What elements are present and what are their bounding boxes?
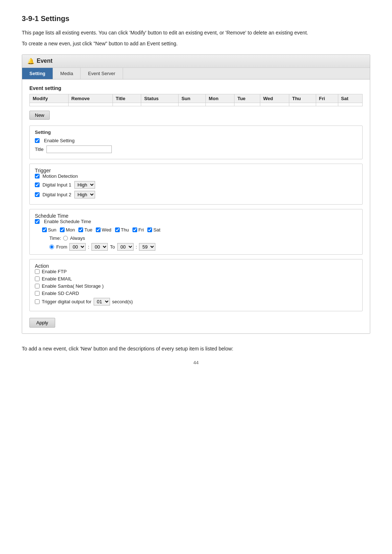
day-sun-checkbox[interactable] [42, 227, 47, 232]
motion-detection-checkbox[interactable] [35, 174, 40, 178]
col-modify: Modify [30, 94, 69, 103]
time-from-radio[interactable] [49, 245, 54, 249]
day-wed-checkbox[interactable] [96, 227, 101, 232]
day-fri-checkbox[interactable] [132, 227, 137, 232]
event-setting-title: Event setting [29, 85, 363, 91]
title-field-label: Title [35, 147, 44, 152]
enable-setting-label: Enable Setting [44, 138, 75, 143]
digital-input2-select[interactable]: High Low [74, 191, 95, 198]
colon-2: : [136, 244, 137, 250]
enable-email-checkbox[interactable] [35, 276, 40, 281]
time-always-row: Time: Always [49, 235, 357, 241]
to-label: To [110, 244, 115, 250]
schedule-section: Schedule Time Enable Schedule Time Sun M… [29, 209, 363, 255]
event-table: Modify Remove Title Status Sun Mon Tue W… [29, 94, 363, 106]
setting-section: Setting Enable Setting Title [29, 126, 363, 159]
time-label: Time: [49, 235, 61, 241]
day-mon: Mon [60, 227, 75, 233]
panel-body: Event setting Modify Remove Title Status… [22, 79, 370, 333]
trigger-digital-unit: second(s) [112, 299, 133, 304]
days-row: Sun Mon Tue Wed Thu [42, 227, 357, 233]
motion-detection-label: Motion Detection [42, 173, 78, 179]
enable-schedule-checkbox[interactable] [35, 219, 40, 224]
day-thu-checkbox[interactable] [115, 227, 120, 232]
col-wed: Wed [260, 94, 289, 103]
enable-email-label: Enable EMAIL [42, 276, 72, 282]
enable-ftp-checkbox[interactable] [35, 269, 40, 274]
digital-input2-checkbox[interactable] [35, 192, 40, 197]
day-tue: Tue [78, 227, 92, 233]
digital-input1-checkbox[interactable] [35, 182, 40, 187]
schedule-section-title: Schedule Time [35, 213, 357, 219]
digital-input1-select[interactable]: High Low [74, 181, 95, 189]
enable-samba-label: Enable Samba( Net Storage ) [42, 283, 104, 289]
day-mon-checkbox[interactable] [60, 227, 65, 232]
day-tue-checkbox[interactable] [78, 227, 83, 232]
bottom-text: To add a new event, click 'New' button a… [22, 345, 370, 353]
enable-sdcard-label: Enable SD CARD [42, 291, 79, 296]
from-label: From [56, 244, 67, 250]
time-from-row: From 000102061223 : 00153045 To 001223 : [49, 243, 357, 251]
intro-text-1: This page lists all existing events. You… [22, 29, 370, 37]
enable-schedule-label: Enable Schedule Time [44, 219, 91, 224]
to-hour-select[interactable]: 001223 [117, 243, 134, 251]
digital-input1-label: Digital Input 1 [42, 182, 72, 188]
new-button[interactable]: New [29, 111, 50, 120]
digital-input1-row: Digital Input 1 High Low [35, 181, 357, 189]
intro-text-2: To create a new even, just click "New" b… [22, 40, 370, 48]
day-fri-label: Fri [138, 227, 144, 233]
trigger-digital-label: Trigger digital output for [42, 299, 91, 304]
enable-samba-checkbox[interactable] [35, 284, 40, 288]
tab-event-server[interactable]: Event Server [81, 68, 123, 79]
day-thu-label: Thu [121, 227, 129, 233]
enable-email-row: Enable EMAIL [35, 276, 357, 282]
day-sat-checkbox[interactable] [147, 227, 152, 232]
trigger-section-title: Trigger [35, 168, 357, 173]
to-minute-select[interactable]: 590030 [139, 243, 155, 251]
panel-title: Event [37, 58, 53, 64]
enable-setting-checkbox[interactable] [35, 138, 40, 143]
always-label: Always [70, 235, 85, 241]
day-sun: Sun [42, 227, 56, 233]
enable-samba-row: Enable Samba( Net Storage ) [35, 283, 357, 289]
page-heading: 3-9-1 Settings [22, 15, 370, 23]
col-title: Title [113, 94, 141, 103]
title-input[interactable] [46, 145, 112, 153]
action-section: Action Enable FTP Enable EMAIL Enable Sa… [29, 259, 363, 311]
enable-sdcard-row: Enable SD CARD [35, 291, 357, 296]
digital-input2-row: Digital Input 2 High Low [35, 191, 357, 198]
day-sun-label: Sun [48, 227, 56, 233]
tab-bar: Setting Media Event Server [22, 68, 370, 79]
tab-setting[interactable]: Setting [22, 68, 53, 79]
event-panel: 🔔 Event Setting Media Event Server Event… [22, 54, 370, 334]
day-tue-label: Tue [84, 227, 92, 233]
col-status: Status [141, 94, 179, 103]
panel-header: 🔔 Event [22, 55, 370, 68]
day-sat-label: Sat [153, 227, 160, 233]
col-mon: Mon [206, 94, 234, 103]
day-sat: Sat [147, 227, 160, 233]
col-sun: Sun [178, 94, 205, 103]
digital-input2-label: Digital Input 2 [42, 192, 72, 197]
tab-media[interactable]: Media [53, 68, 81, 79]
trigger-digital-select[interactable]: 010205 [94, 298, 110, 305]
from-hour-select[interactable]: 000102061223 [69, 243, 86, 251]
action-section-title: Action [35, 263, 357, 269]
time-always-radio[interactable] [63, 236, 68, 241]
day-thu: Thu [115, 227, 129, 233]
apply-button[interactable]: Apply [29, 318, 55, 328]
from-minute-select[interactable]: 00153045 [91, 243, 108, 251]
day-fri: Fri [132, 227, 144, 233]
col-sat: Sat [338, 94, 362, 103]
bell-icon: 🔔 [27, 58, 34, 65]
col-thu: Thu [289, 94, 316, 103]
trigger-section: Trigger Motion Detection Digital Input 1… [29, 164, 363, 205]
colon-1: : [88, 244, 89, 250]
time-container: Time: Always From 000102061223 : 0015304… [42, 235, 357, 251]
enable-sdcard-checkbox[interactable] [35, 291, 40, 296]
table-row [30, 103, 363, 106]
trigger-digital-checkbox[interactable] [35, 299, 40, 304]
col-tue: Tue [234, 94, 260, 103]
time-radio-group: Time: Always From 000102061223 : 0015304… [49, 235, 357, 251]
setting-section-title: Setting [35, 130, 357, 135]
